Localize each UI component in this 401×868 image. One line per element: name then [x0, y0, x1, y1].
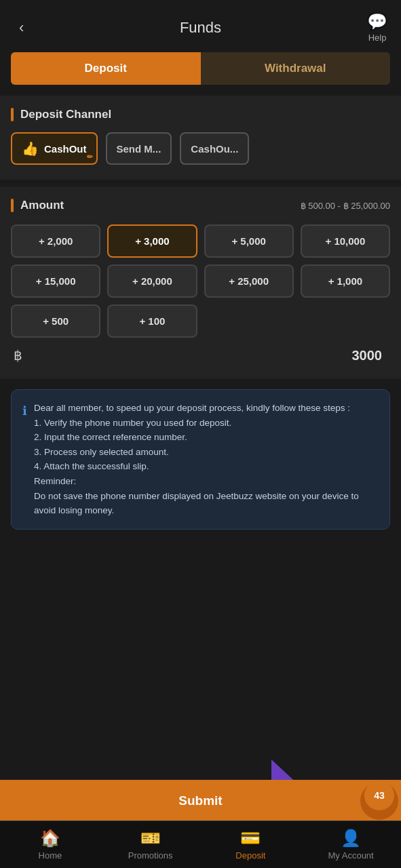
amount-input-row: ฿ 3000 [11, 347, 390, 363]
currency-symbol: ฿ [14, 347, 22, 363]
deposit-channel-section: Deposit Channel 👍 CashOut ✏ Send M... Ca… [0, 96, 401, 180]
tab-withdrawal[interactable]: Withdrawal [201, 52, 391, 85]
channel-cashout2-label: CashOu... [191, 143, 238, 155]
amount-btn-1000[interactable]: + 1,000 [301, 264, 390, 298]
my-account-icon: 👤 [341, 829, 361, 848]
channel-edit-icon: ✏ [87, 153, 93, 161]
channel-list: 👍 CashOut ✏ Send M... CashOu... [11, 132, 390, 165]
header: ‹ Funds 💬 Help [0, 0, 401, 52]
help-button[interactable]: 💬 Help [367, 12, 387, 43]
nav-my-account-label: My Account [328, 850, 374, 861]
info-icon: ℹ [22, 401, 27, 518]
amount-header: Amount ฿ 500.00 - ฿ 25,000.00 [11, 199, 390, 212]
amount-btn-2000[interactable]: + 2,000 [11, 224, 100, 258]
home-icon: 🏠 [40, 829, 60, 848]
nav-promotions[interactable]: 🎫 Promotions [100, 821, 201, 868]
amount-btn-25000[interactable]: + 25,000 [204, 264, 294, 298]
amount-input[interactable]: 3000 [22, 348, 387, 363]
amount-grid-row2: + 500 + 100 [11, 304, 390, 338]
nav-home[interactable]: 🏠 Home [0, 821, 100, 868]
amount-grid: + 2,000 + 3,000 + 5,000 + 10,000 + 15,00… [11, 224, 390, 298]
submit-button[interactable]: Submit [0, 780, 401, 822]
nav-promotions-label: Promotions [128, 850, 173, 861]
help-label: Help [368, 33, 387, 43]
amount-btn-3000[interactable]: + 3,000 [107, 224, 197, 258]
back-button[interactable]: ‹ [14, 16, 29, 39]
page-title: Funds [180, 19, 221, 37]
float-badge[interactable]: 43 [364, 781, 394, 810]
tab-bar: Deposit Withdrawal [11, 52, 390, 85]
channel-cashout2[interactable]: CashOu... [180, 132, 249, 165]
amount-title: Amount [11, 199, 64, 212]
cashout-icon: 👍 [22, 140, 39, 157]
tab-deposit[interactable]: Deposit [11, 52, 201, 85]
info-text: Dear all member, to speed up your deposi… [34, 401, 379, 518]
help-icon: 💬 [367, 12, 387, 31]
amount-btn-500[interactable]: + 500 [11, 304, 100, 338]
deposit-icon: 💳 [240, 829, 261, 848]
nav-my-account[interactable]: 👤 My Account [301, 821, 401, 868]
amount-range: ฿ 500.00 - ฿ 25,000.00 [301, 201, 390, 211]
amount-btn-10000[interactable]: + 10,000 [301, 224, 390, 258]
nav-deposit[interactable]: 💳 Deposit [201, 821, 301, 868]
nav-home-label: Home [39, 850, 62, 861]
amount-btn-20000[interactable]: + 20,000 [107, 264, 197, 298]
amount-btn-5000[interactable]: + 5,000 [204, 224, 294, 258]
channel-cashout1[interactable]: 👍 CashOut ✏ [11, 132, 98, 165]
bottom-nav: 🏠 Home 🎫 Promotions 💳 Deposit 👤 My Accou… [0, 821, 401, 868]
channel-sendm-label: Send M... [117, 143, 161, 155]
deposit-channel-title: Deposit Channel [11, 108, 390, 121]
info-box: ℹ Dear all member, to speed up your depo… [11, 389, 390, 530]
amount-btn-100[interactable]: + 100 [107, 304, 197, 338]
channel-sendm[interactable]: Send M... [106, 132, 172, 165]
promotions-icon: 🎫 [140, 829, 161, 848]
channel-cashout1-label: CashOut [44, 143, 87, 155]
nav-deposit-label: Deposit [235, 850, 265, 861]
amount-btn-15000[interactable]: + 15,000 [11, 264, 100, 298]
submit-bar: Submit ⇧ [0, 780, 401, 822]
amount-section: Amount ฿ 500.00 - ฿ 25,000.00 + 2,000 + … [0, 186, 401, 378]
